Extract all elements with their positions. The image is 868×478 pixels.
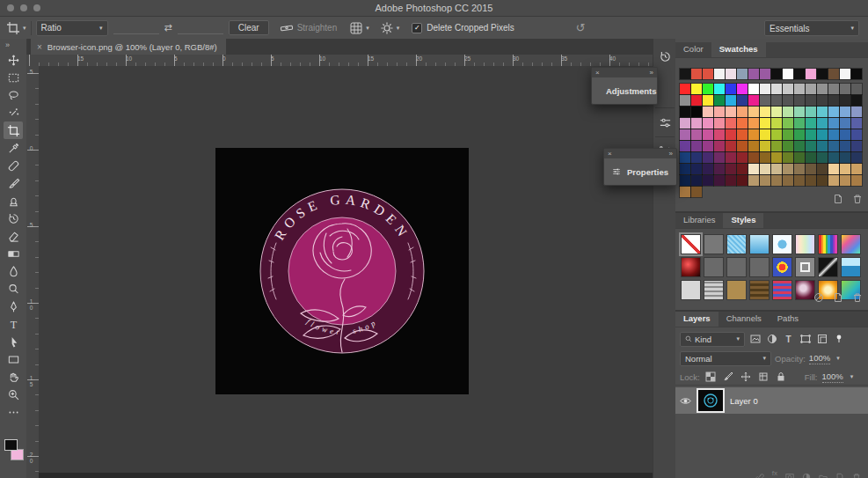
style-item-21[interactable] xyxy=(772,280,792,300)
swatch[interactable] xyxy=(817,129,828,140)
workspace-select[interactable]: Essentials ▾ xyxy=(764,20,859,36)
swatch[interactable] xyxy=(783,118,793,129)
swatch[interactable] xyxy=(794,95,805,106)
swatch[interactable] xyxy=(737,175,748,186)
swatch[interactable] xyxy=(783,152,793,163)
new-swatch-icon[interactable] xyxy=(833,192,843,208)
blend-mode-select[interactable]: Normal ▾ xyxy=(680,351,771,366)
tool-type[interactable]: T xyxy=(4,315,23,333)
swatch[interactable] xyxy=(840,84,850,94)
swatch[interactable] xyxy=(691,95,702,106)
swatch[interactable] xyxy=(806,118,816,129)
swatch[interactable] xyxy=(726,164,736,174)
swatch[interactable] xyxy=(760,84,770,94)
swatch[interactable] xyxy=(771,118,782,129)
swatch[interactable] xyxy=(691,129,702,140)
layer-thumbnail[interactable] xyxy=(698,390,723,411)
tool-blur[interactable] xyxy=(4,262,23,280)
swatch[interactable] xyxy=(737,84,748,94)
swatch[interactable] xyxy=(817,118,828,129)
swatch[interactable] xyxy=(680,164,690,174)
swatch[interactable] xyxy=(737,164,748,174)
reset-icon[interactable]: ↺ xyxy=(576,21,586,34)
tool-gradient[interactable] xyxy=(4,245,23,262)
tool-hand[interactable] xyxy=(4,368,23,386)
panel-close-icon[interactable]: × xyxy=(608,150,612,158)
swatch[interactable] xyxy=(771,107,782,117)
swatch[interactable] xyxy=(748,84,759,94)
swatch[interactable] xyxy=(771,69,782,79)
tool-clone-stamp[interactable] xyxy=(4,192,23,210)
properties-floating-panel[interactable]: × » Properties xyxy=(603,148,677,186)
tab-paths[interactable]: Paths xyxy=(770,312,806,327)
layer-visibility-eye-icon[interactable] xyxy=(675,397,695,405)
swatch[interactable] xyxy=(703,152,713,163)
tool-more[interactable] xyxy=(4,403,23,421)
layer-name[interactable]: Layer 0 xyxy=(730,396,758,406)
swatch[interactable] xyxy=(748,69,759,79)
lock-transparent-icon[interactable] xyxy=(704,371,718,383)
ratio-select[interactable]: Ratio ▾ xyxy=(36,20,108,36)
swatch[interactable] xyxy=(691,107,702,117)
new-layer-icon[interactable] xyxy=(835,469,844,478)
swatch[interactable] xyxy=(817,95,828,106)
swatch[interactable] xyxy=(737,69,748,79)
swatch[interactable] xyxy=(680,95,690,106)
swatch[interactable] xyxy=(828,164,839,174)
swatch[interactable] xyxy=(828,175,839,186)
lock-all-icon[interactable] xyxy=(775,371,788,383)
tool-magic-wand[interactable] xyxy=(4,104,23,121)
clear-button[interactable]: Clear xyxy=(229,20,269,35)
swatch[interactable] xyxy=(691,175,702,186)
style-item-15[interactable] xyxy=(818,257,838,277)
tool-shape[interactable] xyxy=(4,350,23,368)
adjustments-panel-icon[interactable] xyxy=(653,112,676,133)
swatch[interactable] xyxy=(806,164,816,174)
layer-style-icon[interactable]: fx xyxy=(772,469,777,478)
filter-pixel-layers-icon[interactable] xyxy=(748,333,762,345)
swatch[interactable] xyxy=(771,152,782,163)
delete-swatch-icon[interactable] xyxy=(852,192,863,208)
swatch[interactable] xyxy=(840,152,850,163)
swatch[interactable] xyxy=(851,164,862,174)
document-tab[interactable]: × Browser-icon.png @ 100% (Layer 0, RGB/… xyxy=(31,39,226,55)
tab-swatches[interactable]: Swatches xyxy=(711,42,766,57)
opacity-value[interactable]: 100% xyxy=(809,353,830,364)
foreground-color-well[interactable] xyxy=(4,439,18,451)
tab-channels[interactable]: Channels xyxy=(718,312,770,327)
style-item-12[interactable] xyxy=(749,257,770,277)
swatch[interactable] xyxy=(737,107,748,117)
swatch[interactable] xyxy=(714,175,725,186)
swatch[interactable] xyxy=(806,129,816,140)
style-item-18[interactable] xyxy=(704,280,724,300)
tool-path-selection[interactable] xyxy=(4,333,23,350)
swatch[interactable] xyxy=(726,118,736,129)
tool-eyedropper[interactable] xyxy=(4,139,23,157)
swatch[interactable] xyxy=(851,95,862,106)
swatch[interactable] xyxy=(794,152,805,163)
panel-close-icon[interactable]: × xyxy=(595,69,600,77)
style-item-14[interactable] xyxy=(795,257,815,277)
swatch[interactable] xyxy=(737,129,748,140)
style-item-6[interactable] xyxy=(795,234,815,254)
swatch[interactable] xyxy=(726,129,736,140)
straighten-icon[interactable] xyxy=(280,21,294,35)
style-item-5[interactable] xyxy=(772,234,792,254)
filter-type-layers-icon[interactable]: T xyxy=(782,333,795,345)
swatch[interactable] xyxy=(828,95,839,106)
swatch[interactable] xyxy=(783,107,793,117)
swatch[interactable] xyxy=(714,129,725,140)
panel-collapse-icon[interactable]: » xyxy=(669,150,673,158)
tool-zoom[interactable] xyxy=(4,386,23,403)
style-item-20[interactable] xyxy=(749,280,770,300)
swatch[interactable] xyxy=(691,84,702,94)
swatch[interactable] xyxy=(691,187,702,197)
swatch[interactable] xyxy=(806,69,816,79)
swatch[interactable] xyxy=(680,69,690,79)
swatch[interactable] xyxy=(748,164,759,174)
swatch[interactable] xyxy=(828,69,839,79)
swatch[interactable] xyxy=(783,84,793,94)
swatch[interactable] xyxy=(748,95,759,106)
crop-height-input[interactable] xyxy=(178,21,223,34)
swatch[interactable] xyxy=(828,141,839,151)
